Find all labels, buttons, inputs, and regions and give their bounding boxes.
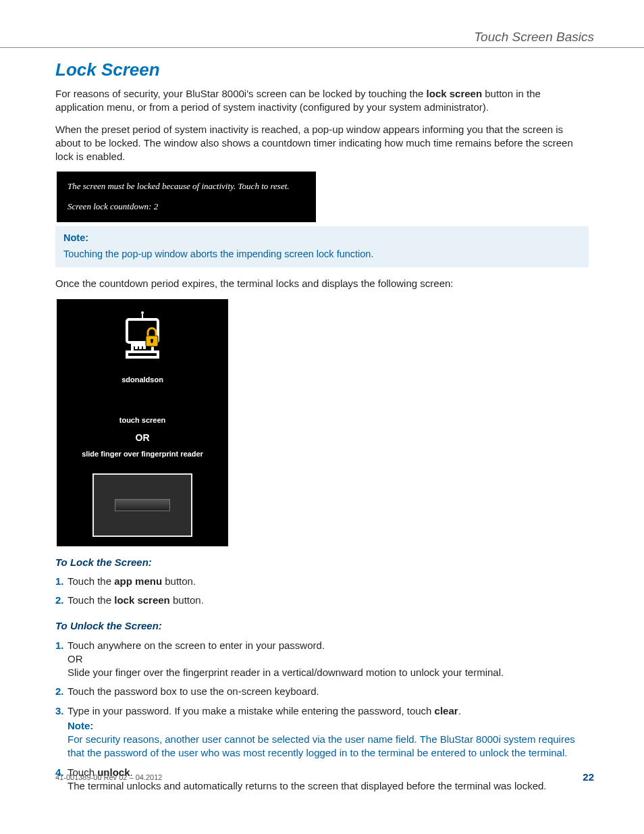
unlock-steps: 1. Touch anywhere on the screen to enter… xyxy=(55,639,589,793)
svg-rect-8 xyxy=(143,346,146,349)
to-lock-heading: To Lock the Screen: xyxy=(55,556,589,569)
step-number: 2. xyxy=(55,685,64,698)
note-box: Note: Touching the pop-up window aborts … xyxy=(55,226,589,267)
fingerprint-reader-image xyxy=(92,473,192,537)
svg-rect-6 xyxy=(135,346,138,349)
step-text: . xyxy=(458,705,461,716)
post-note-text: Once the countdown period expires, the t… xyxy=(55,277,589,290)
note-body: Touching the pop-up window aborts the im… xyxy=(63,248,581,261)
lock-steps: 1.Touch the app menu button. 2.Touch the… xyxy=(55,575,589,608)
countdown-popup: The screen must be locked because of ina… xyxy=(57,172,316,222)
intro-p1-bold: lock screen xyxy=(427,88,483,99)
popup-line1: The screen must be locked because of ina… xyxy=(68,180,305,193)
page-title: Lock Screen xyxy=(55,58,589,82)
step-number: 1. xyxy=(55,575,64,588)
step-text: Type in your password. If you make a mis… xyxy=(68,705,435,716)
step-text: Touch the password box to use the on-scr… xyxy=(68,685,319,697)
step-text: Touch the xyxy=(68,594,114,606)
svg-rect-5 xyxy=(131,346,134,349)
footer-doc-id: 41-001389-00 Rev 02 – 04.2012 xyxy=(55,773,162,783)
note-label: Note: xyxy=(63,232,581,245)
to-unlock-heading: To Unlock the Screen: xyxy=(55,619,589,633)
fingerprint-slot xyxy=(115,499,170,511)
step-number: 2. xyxy=(55,594,64,607)
header-rule xyxy=(0,47,644,48)
page-content: Lock Screen For reasons of security, you… xyxy=(55,58,589,805)
unlock-step-3: 3. Type in your password. If you make a … xyxy=(55,704,589,760)
svg-rect-11 xyxy=(151,340,153,343)
lock-step-2: 2.Touch the lock screen button. xyxy=(55,594,589,607)
inline-note-body: For security reasons, another user canno… xyxy=(68,733,589,760)
svg-rect-7 xyxy=(139,346,142,349)
lock-icon xyxy=(57,310,228,359)
step-text: button. xyxy=(170,594,204,606)
step-text: Slide your finger over the fingerprint r… xyxy=(68,666,589,679)
step-number: 3. xyxy=(55,704,64,718)
step-text: button. xyxy=(162,575,196,587)
lock-username: sdonaldson xyxy=(57,375,228,385)
unlock-step-1: 1. Touch anywhere on the screen to enter… xyxy=(55,639,589,680)
lock-slide-text: slide finger over fingerprint reader xyxy=(57,449,228,459)
footer-page-number: 22 xyxy=(583,771,594,784)
unlock-step-2: 2.Touch the password box to use the on-s… xyxy=(55,685,589,698)
lock-or-text: OR xyxy=(57,432,228,444)
step-bold: app menu xyxy=(114,575,162,587)
popup-line2: Screen lock countdown: 2 xyxy=(68,200,305,213)
step-text: Touch anywhere on the screen to enter in… xyxy=(68,639,589,652)
svg-rect-4 xyxy=(127,352,158,357)
step-text: Touch the xyxy=(68,575,114,587)
lock-step-1: 1.Touch the app menu button. xyxy=(55,575,589,588)
header-section: Touch Screen Basics xyxy=(474,28,594,46)
intro-p1: For reasons of security, your BluStar 80… xyxy=(55,87,589,115)
inline-note-label: Note: xyxy=(68,719,589,733)
intro-p1-a: For reasons of security, your BluStar 80… xyxy=(55,88,427,99)
step-bold: clear xyxy=(435,705,458,716)
step-bold: lock screen xyxy=(114,594,170,606)
lock-screen-screenshot: sdonaldson touch screen OR slide finger … xyxy=(57,299,228,546)
svg-point-0 xyxy=(141,311,144,314)
intro-p2: When the preset period of system inactiv… xyxy=(55,123,589,164)
step-or: OR xyxy=(68,652,589,666)
lock-touch-text: touch screen xyxy=(57,415,228,425)
step-number: 1. xyxy=(55,639,64,652)
